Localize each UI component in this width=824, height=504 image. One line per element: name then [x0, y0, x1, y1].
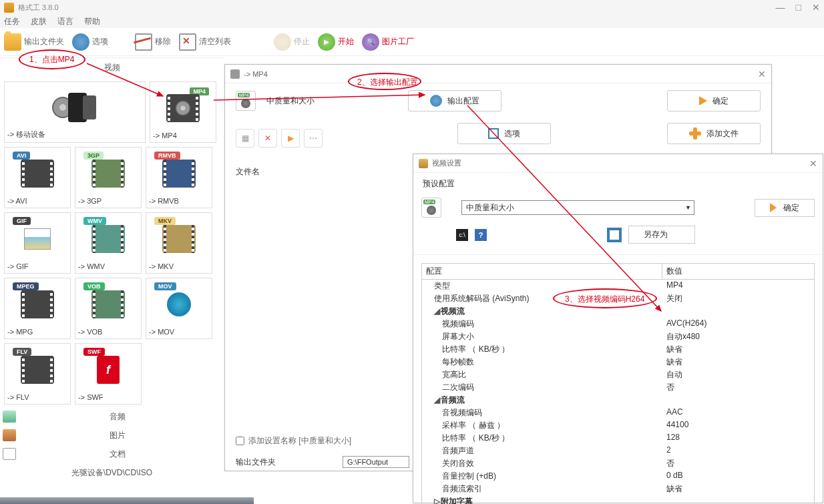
- clear-label: 清空列表: [199, 36, 231, 47]
- settings-ok-button[interactable]: 确定: [755, 199, 815, 217]
- prop-row[interactable]: ▷附加字幕: [422, 495, 814, 504]
- category-document[interactable]: 文档: [0, 445, 224, 463]
- prop-row[interactable]: 音视频编码AAC: [422, 407, 814, 419]
- btn-4[interactable]: ⋯: [304, 129, 323, 148]
- prop-row[interactable]: 宽高比自动: [422, 368, 814, 381]
- prop-row[interactable]: 比特率 （ KB/秒 ）缺省: [422, 343, 814, 356]
- arrow-right-icon: [770, 203, 777, 212]
- prop-row[interactable]: 音量控制 (+dB)0 dB: [422, 470, 814, 483]
- magnifier-icon: [362, 33, 379, 51]
- gear-icon: [72, 33, 89, 51]
- output-folder-button[interactable]: 输出文件夹: [4, 28, 64, 55]
- prop-row[interactable]: 视频编码AVC(H264): [422, 318, 814, 330]
- start-label: 开始: [338, 36, 354, 47]
- preset-dropdown[interactable]: 中质量和大小: [461, 200, 694, 215]
- help-icon[interactable]: ?: [475, 229, 487, 241]
- add-setting-checkbox[interactable]: [236, 437, 244, 445]
- category-audio[interactable]: 音频: [0, 407, 224, 426]
- preset-label: 预设配置: [423, 178, 815, 190]
- prop-row[interactable]: 使用系统解码器 (AviSynth)关闭: [422, 292, 814, 305]
- btn-3[interactable]: ▶: [281, 129, 300, 148]
- prop-row[interactable]: ◢视频流: [422, 305, 814, 318]
- settings-icon: [419, 159, 428, 168]
- format-3gp[interactable]: 3GP-> 3GP: [75, 147, 142, 208]
- menu-tasks[interactable]: 任务: [4, 16, 20, 27]
- gear-icon: [430, 95, 442, 107]
- save-icon: [607, 228, 622, 242]
- format-swf[interactable]: SWFf-> SWF: [75, 343, 142, 405]
- prop-row[interactable]: 屏幕大小自动x480: [422, 330, 814, 343]
- minimize-button[interactable]: —: [776, 2, 785, 13]
- format-mkv[interactable]: MKV-> MKV: [146, 212, 212, 274]
- prop-row[interactable]: 音频声道2: [422, 445, 814, 457]
- format-mov[interactable]: MOV-> MOV: [146, 278, 212, 339]
- format-mpg[interactable]: MPEG-> MPG: [4, 278, 71, 339]
- mp4-dialog-title: -> MP4: [244, 70, 268, 78]
- stop-button[interactable]: 停止: [274, 28, 310, 55]
- maximize-button[interactable]: □: [796, 2, 801, 13]
- picture-factory-button[interactable]: 图片工厂: [362, 28, 414, 55]
- video-settings-close[interactable]: ✕: [809, 158, 817, 169]
- cmd-icon[interactable]: c:\: [456, 229, 468, 241]
- col-config: 配置: [422, 264, 662, 279]
- stop-label: 停止: [294, 36, 310, 47]
- property-grid: 配置 数值 类型MP4使用系统解码器 (AviSynth)关闭◢视频流视频编码A…: [421, 263, 815, 504]
- taskbar: [0, 497, 254, 504]
- btn-1[interactable]: ▦: [236, 129, 254, 148]
- start-button[interactable]: 开始: [318, 28, 354, 55]
- menu-help[interactable]: 帮助: [84, 16, 100, 27]
- ok-button[interactable]: 确定: [667, 90, 761, 111]
- clear-button[interactable]: 清空列表: [179, 28, 231, 55]
- output-folder-label: 输出文件夹: [24, 36, 64, 47]
- remove-icon: [135, 33, 152, 51]
- doc-icon: [3, 448, 16, 460]
- prop-row[interactable]: 采样率 （ 赫兹 ）44100: [422, 419, 814, 432]
- btn-2[interactable]: ✕: [258, 129, 277, 148]
- format-grid: -> 移动设备 MP4 -> MP4 AVI-> AVI 3GP-> 3GP R…: [0, 77, 224, 405]
- menu-language[interactable]: 语言: [57, 16, 73, 27]
- app-logo: [4, 3, 14, 13]
- prop-row[interactable]: 比特率 （ KB/秒 ）128: [422, 432, 814, 445]
- close-button[interactable]: ✕: [812, 2, 820, 13]
- tab-video[interactable]: 视频: [0, 57, 224, 77]
- options-button-2[interactable]: 选项: [457, 123, 551, 144]
- add-file-button[interactable]: 添加文件: [667, 123, 761, 144]
- format-mp4[interactable]: MP4 -> MP4: [150, 81, 216, 143]
- output-path[interactable]: G:\FFOutput: [343, 456, 409, 468]
- music-icon: [3, 411, 16, 423]
- menu-bar: 任务 皮肤 语言 帮助: [0, 15, 824, 28]
- remove-button[interactable]: 移除: [135, 28, 171, 55]
- output-config-button[interactable]: 输出配置: [408, 90, 501, 111]
- format-gif[interactable]: GIF-> GIF: [4, 212, 71, 274]
- mp4-dialog-close[interactable]: ✕: [758, 69, 766, 79]
- prop-row[interactable]: 音频流索引缺省: [422, 483, 814, 495]
- save-as-button[interactable]: 另存为: [628, 226, 695, 244]
- menu-skin[interactable]: 皮肤: [31, 16, 47, 27]
- format-avi[interactable]: AVI-> AVI: [4, 147, 71, 208]
- prop-row[interactable]: ◢音频流: [422, 394, 814, 407]
- clear-icon: [179, 33, 196, 51]
- image-icon: [3, 429, 16, 441]
- format-flv[interactable]: FLV-> FLV: [4, 343, 71, 405]
- format-mobile-label: -> 移动设备: [7, 130, 45, 140]
- prop-row[interactable]: 关闭音效否: [422, 457, 814, 470]
- app-title: 格式工 3.8.0: [18, 3, 776, 13]
- format-mobile[interactable]: -> 移动设备: [4, 81, 146, 143]
- format-rmvb[interactable]: RMVB-> RMVB: [146, 147, 212, 208]
- remove-label: 移除: [155, 36, 171, 47]
- filename-header: 文件名: [236, 166, 260, 178]
- prop-row[interactable]: 每秒帧数缺省: [422, 356, 814, 368]
- options-icon: [488, 128, 499, 139]
- options-button[interactable]: 选项: [72, 28, 108, 55]
- output-folder-label2: 输出文件夹: [236, 457, 276, 468]
- add-setting-label: 添加设置名称 [中质量和大小]: [248, 435, 351, 447]
- category-disc[interactable]: 光驱设备\DVD\CD\ISO: [0, 463, 224, 482]
- format-wmv[interactable]: WMV-> WMV: [75, 212, 142, 274]
- prop-row[interactable]: 二次编码否: [422, 381, 814, 394]
- mp4-file-icon: [236, 91, 256, 111]
- category-picture[interactable]: 图片: [0, 426, 224, 445]
- format-vob[interactable]: VOB-> VOB: [75, 278, 142, 339]
- prop-row[interactable]: 类型MP4: [422, 280, 814, 292]
- video-settings-dialog: 视频设置 ✕ 预设配置 中质量和大小 确定 c:\ ? 另存为 配置 数值 类型…: [413, 154, 823, 503]
- dialog-icon: [230, 69, 240, 79]
